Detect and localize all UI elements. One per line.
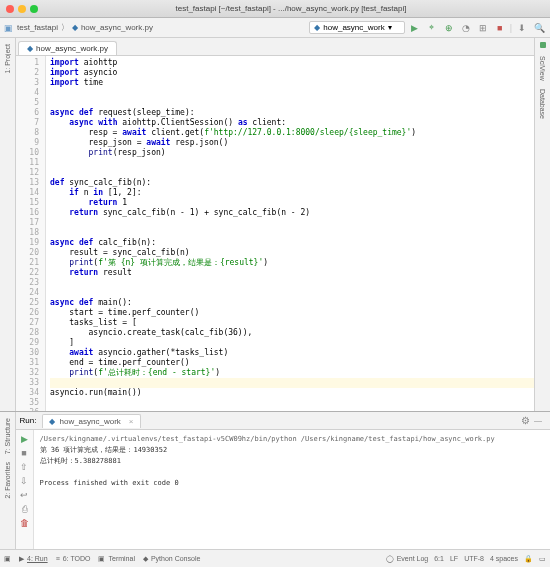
python-file-icon: ◆ — [27, 44, 33, 53]
window-title: test_fastapi [~/test_fastapi] - .../how_… — [38, 4, 544, 13]
close-window-button[interactable] — [6, 5, 14, 13]
sciview-tool-tab[interactable]: SciView — [537, 52, 548, 85]
debug-button[interactable]: ⌖ — [425, 21, 439, 35]
code-content[interactable]: import aiohttpimport asyncioimport time … — [46, 56, 534, 411]
line-gutter: 1234567891011121314151617181920212223242… — [16, 56, 46, 411]
editor-tab-active[interactable]: ◆ how_async_work.py — [18, 41, 117, 55]
structure-tool-tab[interactable]: 7: Structure — [2, 414, 13, 458]
folder-icon: ▣ — [4, 23, 13, 33]
tab-label: how_async_work.py — [36, 44, 108, 53]
concurrency-button[interactable]: ⊞ — [476, 21, 490, 35]
left-tool-strip: 1: Project — [0, 38, 16, 411]
run-toolbar: ▶ ■ ⇧ ⇩ ↩ ⎙ 🗑 — [16, 430, 34, 549]
terminal-tool-tab[interactable]: ▣Terminal — [98, 555, 134, 563]
minimize-panel-button[interactable]: — — [534, 416, 542, 425]
indent-settings[interactable]: 4 spaces — [490, 555, 518, 563]
up-trace-button[interactable]: ⇧ — [20, 462, 28, 472]
profile-button[interactable]: ◔ — [459, 21, 473, 35]
code-editor[interactable]: 1234567891011121314151617181920212223242… — [16, 56, 534, 411]
editor-tabs: ◆ how_async_work.py — [16, 38, 534, 56]
inspection-lock-icon[interactable]: 🔒 — [524, 555, 533, 563]
cursor-position[interactable]: 6:1 — [434, 555, 444, 563]
run-tab[interactable]: ◆ how_async_work × — [42, 414, 140, 428]
inspection-indicator[interactable] — [540, 42, 546, 48]
main-area: 1: Project ◆ how_async_work.py 123456789… — [0, 38, 550, 411]
wrap-button[interactable]: ↩ — [20, 490, 28, 500]
stop-run-button[interactable]: ■ — [21, 448, 26, 458]
toolbar: ▣ test_fastapi〉 ◆ how_async_work.py ◆ ho… — [0, 18, 550, 38]
database-tool-tab[interactable]: Database — [537, 85, 548, 123]
stop-button[interactable]: ■ — [493, 21, 507, 35]
run-panel-header: Run: ◆ how_async_work × ⚙ — — [16, 412, 550, 430]
memory-indicator[interactable]: ▭ — [539, 555, 546, 563]
run-config-select[interactable]: ◆ how_async_work ▾ — [309, 21, 404, 34]
statusbar: ▣ ▶4: Run ≡6: TODO ▣Terminal ◆Python Con… — [0, 549, 550, 567]
file-encoding[interactable]: UTF-8 — [464, 555, 484, 563]
left-tool-strip-lower: 7: Structure 2: Favorites — [0, 412, 16, 549]
down-trace-button[interactable]: ⇩ — [20, 476, 28, 486]
todo-tool-tab[interactable]: ≡6: TODO — [56, 555, 91, 563]
favorites-tool-tab[interactable]: 2: Favorites — [2, 458, 13, 503]
titlebar: test_fastapi [~/test_fastapi] - .../how_… — [0, 0, 550, 18]
maximize-window-button[interactable] — [30, 5, 38, 13]
editor-wrap: ◆ how_async_work.py 12345678910111213141… — [16, 38, 534, 411]
run-panel: 7: Structure 2: Favorites Run: ◆ how_asy… — [0, 411, 550, 549]
chevron-down-icon: ▾ — [388, 23, 392, 32]
coverage-button[interactable]: ⊕ — [442, 21, 456, 35]
run-label: Run: — [20, 416, 37, 425]
clear-button[interactable]: 🗑 — [20, 518, 29, 528]
project-tool-tab[interactable]: 1: Project — [2, 40, 13, 78]
vcs-button[interactable]: ⬇ — [515, 21, 529, 35]
print-button[interactable]: ⎙ — [22, 504, 27, 514]
line-separator[interactable]: LF — [450, 555, 458, 563]
event-log-button[interactable]: ◯Event Log — [386, 555, 429, 563]
breadcrumb[interactable]: test_fastapi〉 ◆ how_async_work.py — [17, 22, 153, 33]
rerun-button[interactable]: ▶ — [21, 434, 28, 444]
bottom-strip-toggle[interactable]: ▣ — [4, 555, 11, 563]
search-button[interactable]: 🔍 — [532, 21, 546, 35]
gear-icon[interactable]: ⚙ — [521, 415, 530, 426]
minimize-window-button[interactable] — [18, 5, 26, 13]
python-console-tool-tab[interactable]: ◆Python Console — [143, 555, 200, 563]
run-tool-tab[interactable]: ▶4: Run — [19, 555, 48, 563]
python-file-icon: ◆ — [72, 23, 78, 32]
console-output[interactable]: /Users/kingname/.virtualenvs/test_fastap… — [34, 430, 550, 549]
traffic-lights — [6, 5, 38, 13]
right-tool-strip: SciView Database — [534, 38, 550, 411]
run-button[interactable]: ▶ — [408, 21, 422, 35]
